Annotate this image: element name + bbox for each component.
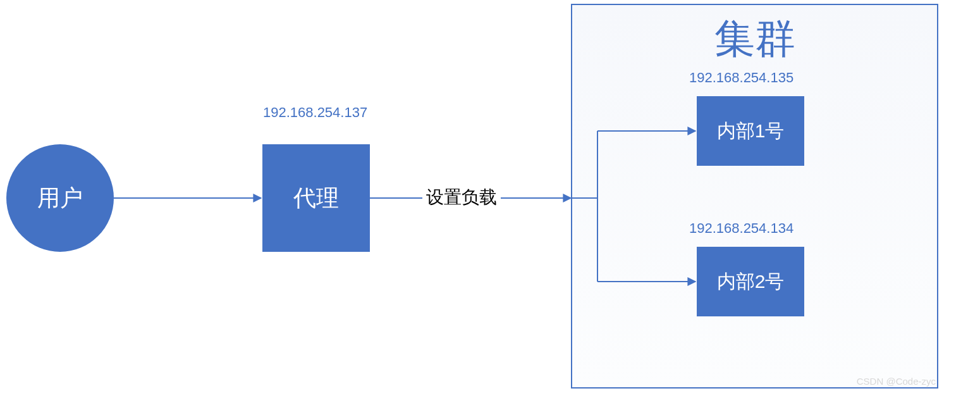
proxy-node: 代理 <box>262 144 370 252</box>
diagram-canvas: { "nodes": { "user": { "label": "用户" }, … <box>0 0 980 398</box>
user-node-label: 用户 <box>37 183 83 214</box>
server1-node-label: 内部1号 <box>717 118 785 144</box>
user-node: 用户 <box>6 144 114 252</box>
edge-label-load-balance: 设置负载 <box>424 185 499 209</box>
server1-node: 内部1号 <box>697 96 804 166</box>
server1-ip-label: 192.168.254.135 <box>689 70 793 86</box>
server2-node-label: 内部2号 <box>717 269 785 295</box>
cluster-container: 集群 <box>571 4 938 389</box>
proxy-node-label: 代理 <box>293 183 339 214</box>
cluster-title: 集群 <box>572 11 937 66</box>
server2-ip-label: 192.168.254.134 <box>689 220 793 237</box>
watermark: CSDN @Code-zyc <box>857 376 936 387</box>
proxy-ip-label: 192.168.254.137 <box>263 104 367 121</box>
server2-node: 内部2号 <box>697 247 804 316</box>
